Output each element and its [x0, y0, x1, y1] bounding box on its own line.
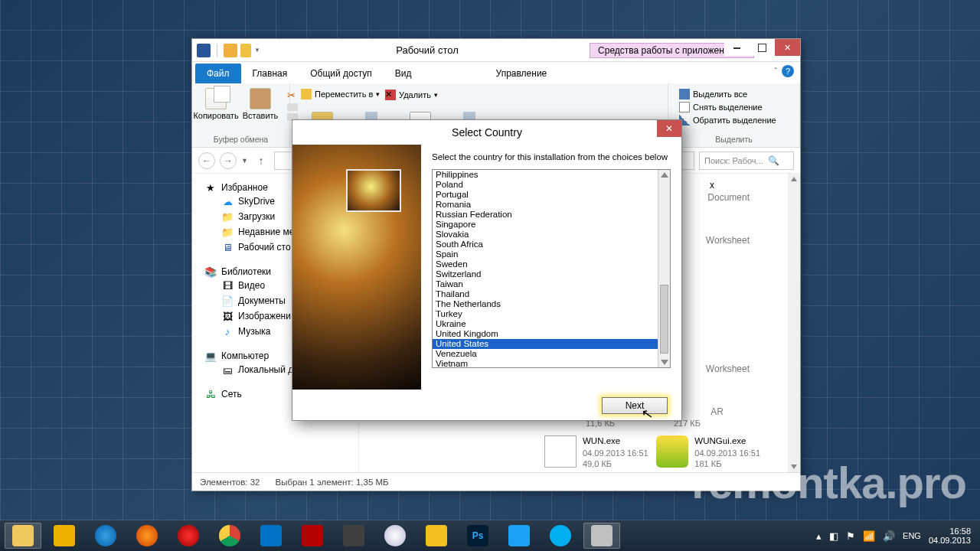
taskbar-sublime[interactable] [335, 523, 372, 549]
country-option[interactable]: Venezuela [433, 349, 658, 359]
delete-button[interactable]: ✕Удалить▾ [385, 89, 657, 101]
tray-date: 04.09.2013 [929, 536, 971, 545]
history-dropdown-icon[interactable]: ▼ [241, 157, 248, 165]
country-option[interactable]: Switzerland [433, 269, 658, 279]
up-button[interactable]: ↑ [253, 152, 270, 169]
country-listbox[interactable]: PhilippinesPolandPortugalRomaniaRussian … [433, 170, 658, 367]
tray-volume-icon[interactable]: 🔊 [883, 530, 895, 542]
peek-text: Worksheet [706, 364, 750, 374]
tab-share[interactable]: Общий доступ [299, 64, 384, 83]
minimize-button[interactable] [724, 39, 750, 56]
country-option[interactable]: Singapore [433, 220, 658, 230]
country-option[interactable]: South Africa [433, 240, 658, 249]
taskbar-skype[interactable] [542, 523, 579, 549]
select-all-label: Выделить все [693, 90, 747, 99]
qat-dropdown-icon[interactable]: ▼ [254, 47, 260, 54]
scrollbar-thumb[interactable] [660, 285, 668, 354]
jdownloader-icon [426, 525, 447, 546]
tray-apps-icon[interactable]: ◧ [829, 530, 838, 542]
file-name: WUNGui.exe [694, 435, 760, 448]
picture-icon: 🖼 [221, 310, 234, 322]
taskbar: Ps ▴ ◧ ⚑ 📶 🔊 ENG 16:58 04.09.2013 [0, 520, 980, 551]
status-selection: Выбран 1 элемент: 1,35 МБ [275, 478, 388, 487]
search-input[interactable]: Поиск: Рабоч... 🔍 [699, 152, 794, 170]
taskbar-firefox[interactable] [129, 523, 165, 549]
explorer-title-bar[interactable]: ▼ Рабочий стол Средства работы с приложе… [192, 39, 800, 62]
country-option[interactable]: Turkey [433, 309, 658, 319]
clear-selection-icon [679, 102, 690, 112]
country-option[interactable]: Taiwan [433, 279, 658, 289]
tips-icon [54, 525, 75, 546]
country-option[interactable]: Thailand [433, 289, 658, 299]
tray-network-icon[interactable]: 📶 [863, 530, 875, 542]
taskbar-outlook[interactable] [253, 523, 289, 549]
peek-text: AR [710, 406, 724, 417]
forward-button[interactable]: → [220, 152, 237, 169]
chevron-down-icon: ▾ [434, 91, 438, 99]
invert-selection-button[interactable]: Обратить выделение [679, 114, 789, 126]
country-option[interactable]: Portugal [433, 190, 658, 200]
taskbar-chrome[interactable] [211, 523, 248, 549]
tab-manage[interactable]: Управление [485, 64, 559, 83]
tray-flag-icon[interactable]: ⚑ [846, 530, 855, 542]
delete-icon: ✕ [385, 90, 396, 100]
tab-home[interactable]: Главная [241, 64, 299, 83]
listbox-scrollbar[interactable] [658, 170, 670, 367]
taskbar-twitter[interactable] [501, 523, 537, 549]
installer-title-bar[interactable]: Select Country ✕ [292, 120, 681, 145]
file-size: 49,0 КБ [583, 458, 648, 470]
status-count: Элементов: 32 [200, 478, 260, 487]
copy-label: Копировать [193, 111, 238, 120]
country-option[interactable]: Vietnam [433, 359, 658, 367]
qat-properties-icon[interactable] [224, 44, 237, 57]
ribbon-collapse-icon[interactable]: ˆ [774, 67, 777, 76]
taskbar-clock[interactable] [377, 523, 413, 549]
country-option[interactable]: Philippines [433, 170, 658, 180]
paste-button[interactable]: Вставить [243, 88, 278, 120]
firefox-icon [136, 525, 158, 546]
taskbar-explorer[interactable] [5, 523, 41, 549]
taskbar-jd[interactable] [418, 523, 455, 549]
explorer-close-button[interactable] [775, 39, 800, 56]
explorer-app-icon [197, 44, 211, 57]
file-wun[interactable]: WUN.exe 04.09.2013 16:51 49,0 КБ [544, 435, 648, 470]
folder-icon: 📁 [221, 210, 234, 223]
taskbar-filezilla[interactable] [294, 523, 331, 549]
installer-thumbnail [346, 169, 401, 212]
tray-time: 16:58 [949, 527, 971, 536]
next-label: Next [626, 400, 645, 411]
tray-show-hidden-icon[interactable]: ▴ [816, 530, 822, 542]
next-button[interactable]: Next [602, 397, 668, 414]
tray-clock[interactable]: 16:58 04.09.2013 [929, 527, 971, 545]
country-option[interactable]: Romania [433, 200, 658, 210]
taskbar-ie[interactable] [87, 523, 124, 549]
qat-newfolder-icon[interactable] [240, 44, 251, 57]
taskbar-ps[interactable]: Ps [459, 523, 496, 549]
peek-text: x [710, 180, 714, 191]
country-option[interactable]: United Kingdom [433, 329, 658, 339]
installer-close-button[interactable]: ✕ [657, 120, 681, 137]
copy-button[interactable]: Копировать [198, 88, 234, 120]
maximize-button[interactable] [750, 39, 775, 56]
tab-file[interactable]: Файл [195, 64, 241, 83]
country-option[interactable]: Slovakia [433, 230, 658, 240]
tray-language[interactable]: ENG [903, 531, 921, 540]
country-option[interactable]: Poland [433, 180, 658, 190]
back-button[interactable]: ← [198, 152, 215, 169]
country-option[interactable]: Russian Federation [433, 210, 658, 220]
clear-selection-button[interactable]: Снять выделение [679, 101, 789, 113]
taskbar-tips[interactable] [46, 523, 83, 549]
select-all-button[interactable]: Выделить все [679, 88, 789, 100]
taskbar-opera[interactable] [170, 523, 207, 549]
country-option[interactable]: Spain [433, 249, 658, 259]
help-icon[interactable]: ? [782, 65, 794, 77]
content-scrollbar[interactable] [788, 174, 800, 472]
tab-view[interactable]: Вид [384, 64, 423, 83]
music-icon: ♪ [221, 325, 234, 337]
taskbar-installer[interactable] [583, 523, 620, 549]
group-clipboard-label: Буфер обмена [198, 133, 283, 144]
country-option[interactable]: Ukraine [433, 319, 658, 329]
country-option[interactable]: The Netherlands [433, 299, 658, 309]
country-option[interactable]: United States [433, 339, 658, 349]
country-option[interactable]: Sweden [433, 259, 658, 269]
